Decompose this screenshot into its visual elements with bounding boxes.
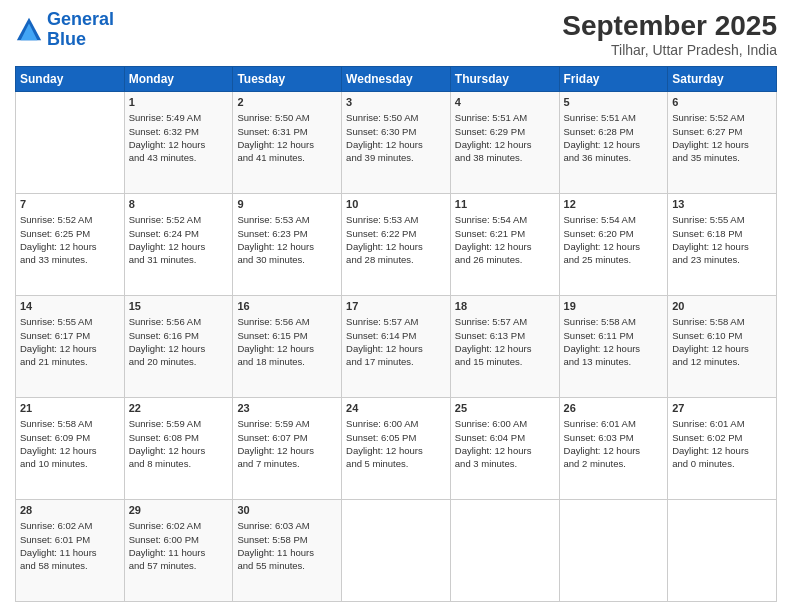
day-info: Sunset: 6:18 PM bbox=[672, 227, 772, 240]
calendar-header: SundayMondayTuesdayWednesdayThursdayFrid… bbox=[16, 67, 777, 92]
calendar-cell: 26Sunrise: 6:01 AMSunset: 6:03 PMDayligh… bbox=[559, 398, 668, 500]
day-info: and 36 minutes. bbox=[564, 151, 664, 164]
day-info: Sunset: 6:13 PM bbox=[455, 329, 555, 342]
day-info: Daylight: 12 hours bbox=[672, 138, 772, 151]
calendar-cell: 18Sunrise: 5:57 AMSunset: 6:13 PMDayligh… bbox=[450, 296, 559, 398]
day-number: 25 bbox=[455, 401, 555, 416]
day-number: 5 bbox=[564, 95, 664, 110]
day-info: Sunrise: 5:51 AM bbox=[455, 111, 555, 124]
day-info: and 18 minutes. bbox=[237, 355, 337, 368]
day-info: Sunset: 6:30 PM bbox=[346, 125, 446, 138]
day-info: and 41 minutes. bbox=[237, 151, 337, 164]
day-info: Sunrise: 5:52 AM bbox=[20, 213, 120, 226]
day-info: and 23 minutes. bbox=[672, 253, 772, 266]
calendar-table: SundayMondayTuesdayWednesdayThursdayFrid… bbox=[15, 66, 777, 602]
day-info: Daylight: 12 hours bbox=[346, 444, 446, 457]
logo: General Blue bbox=[15, 10, 114, 50]
day-info: Daylight: 12 hours bbox=[455, 342, 555, 355]
day-info: Sunrise: 6:00 AM bbox=[455, 417, 555, 430]
weekday-saturday: Saturday bbox=[668, 67, 777, 92]
day-info: Daylight: 12 hours bbox=[455, 444, 555, 457]
day-number: 13 bbox=[672, 197, 772, 212]
day-info: Sunrise: 5:58 AM bbox=[564, 315, 664, 328]
month-title: September 2025 bbox=[562, 10, 777, 42]
day-info: Sunrise: 6:03 AM bbox=[237, 519, 337, 532]
day-info: Sunrise: 5:55 AM bbox=[672, 213, 772, 226]
day-info: Sunset: 6:00 PM bbox=[129, 533, 229, 546]
day-number: 21 bbox=[20, 401, 120, 416]
day-info: and 0 minutes. bbox=[672, 457, 772, 470]
day-number: 26 bbox=[564, 401, 664, 416]
day-info: Sunset: 6:27 PM bbox=[672, 125, 772, 138]
calendar-cell bbox=[16, 92, 125, 194]
day-number: 7 bbox=[20, 197, 120, 212]
day-info: and 3 minutes. bbox=[455, 457, 555, 470]
day-info: Sunset: 6:10 PM bbox=[672, 329, 772, 342]
day-info: Sunset: 6:04 PM bbox=[455, 431, 555, 444]
day-info: Daylight: 12 hours bbox=[564, 240, 664, 253]
calendar-cell: 17Sunrise: 5:57 AMSunset: 6:14 PMDayligh… bbox=[342, 296, 451, 398]
day-info: Sunrise: 5:51 AM bbox=[564, 111, 664, 124]
calendar-cell: 15Sunrise: 5:56 AMSunset: 6:16 PMDayligh… bbox=[124, 296, 233, 398]
calendar-cell: 6Sunrise: 5:52 AMSunset: 6:27 PMDaylight… bbox=[668, 92, 777, 194]
calendar-body: 1Sunrise: 5:49 AMSunset: 6:32 PMDaylight… bbox=[16, 92, 777, 602]
day-number: 29 bbox=[129, 503, 229, 518]
day-info: Sunrise: 5:54 AM bbox=[564, 213, 664, 226]
calendar-cell: 22Sunrise: 5:59 AMSunset: 6:08 PMDayligh… bbox=[124, 398, 233, 500]
day-number: 8 bbox=[129, 197, 229, 212]
calendar-cell: 27Sunrise: 6:01 AMSunset: 6:02 PMDayligh… bbox=[668, 398, 777, 500]
day-info: and 8 minutes. bbox=[129, 457, 229, 470]
day-info: Sunset: 6:08 PM bbox=[129, 431, 229, 444]
day-number: 16 bbox=[237, 299, 337, 314]
location: Tilhar, Uttar Pradesh, India bbox=[562, 42, 777, 58]
day-info: and 43 minutes. bbox=[129, 151, 229, 164]
day-info: Sunrise: 6:01 AM bbox=[672, 417, 772, 430]
day-info: and 30 minutes. bbox=[237, 253, 337, 266]
day-info: Sunset: 6:15 PM bbox=[237, 329, 337, 342]
day-info: Sunrise: 5:55 AM bbox=[20, 315, 120, 328]
calendar-cell: 2Sunrise: 5:50 AMSunset: 6:31 PMDaylight… bbox=[233, 92, 342, 194]
day-info: and 12 minutes. bbox=[672, 355, 772, 368]
day-number: 4 bbox=[455, 95, 555, 110]
day-info: Daylight: 12 hours bbox=[564, 444, 664, 457]
day-info: Sunrise: 6:01 AM bbox=[564, 417, 664, 430]
day-number: 30 bbox=[237, 503, 337, 518]
day-info: Sunrise: 5:57 AM bbox=[346, 315, 446, 328]
day-info: Daylight: 12 hours bbox=[129, 138, 229, 151]
day-number: 17 bbox=[346, 299, 446, 314]
calendar-cell: 14Sunrise: 5:55 AMSunset: 6:17 PMDayligh… bbox=[16, 296, 125, 398]
day-info: and 2 minutes. bbox=[564, 457, 664, 470]
calendar-cell: 28Sunrise: 6:02 AMSunset: 6:01 PMDayligh… bbox=[16, 500, 125, 602]
day-info: and 26 minutes. bbox=[455, 253, 555, 266]
logo-text: General Blue bbox=[47, 10, 114, 50]
day-number: 1 bbox=[129, 95, 229, 110]
day-info: Sunrise: 5:57 AM bbox=[455, 315, 555, 328]
day-number: 2 bbox=[237, 95, 337, 110]
day-info: Daylight: 12 hours bbox=[129, 444, 229, 457]
day-info: Daylight: 12 hours bbox=[672, 240, 772, 253]
calendar-cell: 20Sunrise: 5:58 AMSunset: 6:10 PMDayligh… bbox=[668, 296, 777, 398]
day-number: 24 bbox=[346, 401, 446, 416]
calendar-cell: 3Sunrise: 5:50 AMSunset: 6:30 PMDaylight… bbox=[342, 92, 451, 194]
weekday-friday: Friday bbox=[559, 67, 668, 92]
day-info: Sunset: 5:58 PM bbox=[237, 533, 337, 546]
day-info: and 10 minutes. bbox=[20, 457, 120, 470]
day-info: Sunset: 6:03 PM bbox=[564, 431, 664, 444]
day-info: Sunset: 6:22 PM bbox=[346, 227, 446, 240]
day-info: Daylight: 11 hours bbox=[237, 546, 337, 559]
calendar-cell: 7Sunrise: 5:52 AMSunset: 6:25 PMDaylight… bbox=[16, 194, 125, 296]
day-info: Sunset: 6:29 PM bbox=[455, 125, 555, 138]
day-info: Daylight: 12 hours bbox=[672, 342, 772, 355]
day-info: and 5 minutes. bbox=[346, 457, 446, 470]
day-info: Sunset: 6:01 PM bbox=[20, 533, 120, 546]
day-number: 27 bbox=[672, 401, 772, 416]
day-info: and 35 minutes. bbox=[672, 151, 772, 164]
day-info: Daylight: 12 hours bbox=[129, 240, 229, 253]
calendar-cell: 25Sunrise: 6:00 AMSunset: 6:04 PMDayligh… bbox=[450, 398, 559, 500]
day-info: and 38 minutes. bbox=[455, 151, 555, 164]
day-info: Sunset: 6:32 PM bbox=[129, 125, 229, 138]
day-info: Sunset: 6:25 PM bbox=[20, 227, 120, 240]
day-info: Daylight: 12 hours bbox=[20, 444, 120, 457]
day-number: 18 bbox=[455, 299, 555, 314]
logo-icon bbox=[15, 16, 43, 44]
